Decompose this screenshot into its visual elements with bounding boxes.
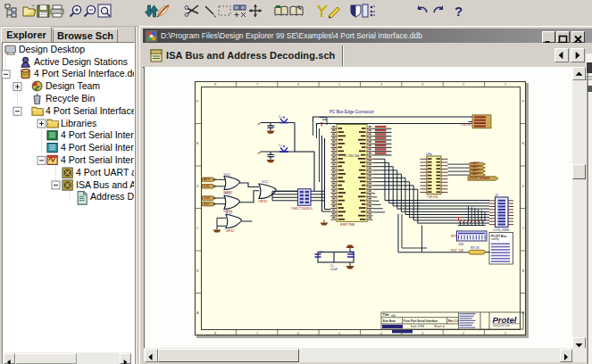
svg-text:D: D: [522, 184, 525, 188]
svg-text:U9a: U9a: [426, 153, 433, 156]
svg-text:AEN: AEN: [204, 178, 211, 181]
svg-text:IOW: IOW: [204, 196, 211, 200]
svg-text:Libraries: Libraries: [61, 118, 96, 128]
svg-text:VCC: VCC: [224, 173, 231, 177]
svg-text:Recycle Bin: Recycle Bin: [46, 93, 96, 103]
svg-text:Four Port Serial Interface: Four Port Serial Interface: [404, 319, 438, 323]
svg-text:C8: C8: [350, 251, 354, 254]
svg-text:E: E: [522, 141, 525, 145]
svg-text:.1: .1: [272, 154, 275, 158]
svg-text:10K: 10K: [458, 243, 464, 246]
svg-text:C+: C+: [279, 115, 283, 119]
svg-text:Date 1998: Date 1998: [411, 325, 424, 328]
svg-text:74F32: 74F32: [258, 200, 267, 203]
svg-text:Address D: Address D: [90, 191, 134, 202]
svg-text:www.protel.com: www.protel.com: [493, 324, 511, 327]
svg-text:B: B: [196, 269, 199, 273]
svg-text:4 Port Serial Interfac: 4 Port Serial Interfac: [61, 129, 134, 140]
svg-text:CON_IDE8: CON_IDE8: [493, 228, 509, 232]
svg-text:?: ?: [454, 4, 463, 19]
svg-text:4 Port UART an: 4 Port UART an: [76, 167, 134, 178]
svg-text:RST: RST: [204, 203, 211, 206]
svg-text:ESP/7NB: ESP/7NB: [340, 223, 355, 227]
svg-text:CONN ISA: CONN ISA: [345, 154, 360, 158]
svg-text:VCC: VCC: [262, 180, 269, 184]
svg-text:4 Port Serial Interfac: 4 Port Serial Interfac: [61, 142, 134, 153]
svg-text:Sheet of: Sheet of: [434, 325, 445, 328]
svg-text:D: D: [196, 184, 199, 188]
svg-text:74F32: 74F32: [225, 229, 234, 233]
svg-text:C+: C+: [279, 144, 283, 147]
svg-text:4 Port Serial Interfac: 4 Port Serial Interfac: [61, 154, 134, 165]
svg-text:Size Num: Size Num: [383, 319, 396, 323]
svg-text:J2: J2: [495, 194, 498, 197]
svg-text:Design Team: Design Team: [46, 80, 100, 91]
svg-text:Protel: Protel: [493, 315, 517, 325]
svg-text:C7: C7: [319, 251, 323, 254]
svg-text:E: E: [196, 141, 199, 145]
svg-text:XXXX_SPARE: XXXX_SPARE: [470, 177, 491, 180]
svg-text:PC Bus Edge Connector: PC Bus Edge Connector: [329, 110, 375, 114]
svg-text:IOR: IOR: [204, 185, 210, 188]
svg-text:CNTRL: CNTRL: [461, 123, 471, 127]
svg-text:4 Port Serial Interface: 4 Port Serial Interface: [46, 105, 134, 116]
svg-text:74F32: 74F32: [223, 191, 232, 194]
svg-text:Active Design Stations: Active Design Stations: [34, 56, 128, 67]
svg-text:10uF: 10uF: [330, 268, 338, 271]
svg-text:Design Desktop: Design Desktop: [19, 44, 85, 54]
svg-text:4 Port Serial Interface.ddb: 4 Port Serial Interface.ddb: [34, 68, 134, 79]
svg-text:R9 1K: R9 1K: [471, 246, 479, 250]
svg-text:B: B: [522, 269, 525, 273]
svg-text:RST_DR: RST_DR: [451, 249, 463, 252]
svg-text:74F138: 74F138: [427, 195, 438, 199]
svg-text:ddb: ddb: [391, 314, 396, 318]
svg-text:Rev 1.0: Rev 1.0: [448, 319, 458, 323]
svg-text:RP1: RP1: [451, 235, 457, 238]
svg-text:UART: UART: [471, 172, 480, 176]
svg-text:74HCT244SOL: 74HCT244SOL: [291, 207, 313, 211]
svg-text:.1: .1: [272, 125, 275, 128]
svg-text:A: A: [196, 310, 199, 315]
svg-text:74F32: 74F32: [223, 210, 232, 213]
svg-text:Title: Title: [383, 313, 389, 317]
svg-text:C: C: [196, 226, 199, 230]
svg-text:ISA Bus and A: ISA Bus and A: [76, 179, 134, 190]
svg-text:C: C: [522, 226, 525, 230]
svg-text:config: config: [491, 237, 499, 241]
